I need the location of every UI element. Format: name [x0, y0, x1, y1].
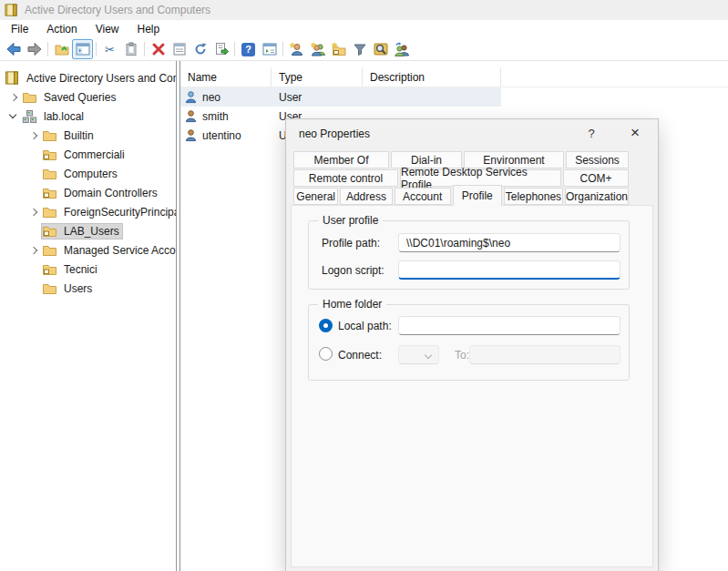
list-row-neo[interactable]: neo User [180, 87, 501, 107]
tree-item-computers[interactable]: Computers [0, 164, 176, 183]
connect-to-input[interactable] [469, 345, 620, 364]
menu-help[interactable]: Help [128, 21, 169, 37]
tab-sessions[interactable]: Sessions [566, 151, 629, 168]
export-list-icon [214, 42, 229, 56]
help-button[interactable]: ? [238, 39, 259, 59]
tree-item-foreign-security-principals[interactable]: ForeignSecurityPrincipals [0, 202, 176, 221]
tree-item-users[interactable]: Users [0, 279, 176, 298]
dialog-title-bar[interactable]: neo Properties ? × [286, 119, 658, 149]
tree-item-saved-queries[interactable]: Saved Queries [0, 87, 176, 107]
properties-button[interactable] [169, 39, 190, 59]
chevron-right-icon[interactable] [26, 204, 42, 220]
tab-profile[interactable]: Profile [453, 185, 502, 206]
change-user-button[interactable] [391, 39, 412, 59]
toolbar: ✂ ? [0, 38, 728, 61]
dialog-help-button[interactable]: ? [576, 119, 607, 147]
tree-item-label: lab.local [41, 109, 87, 124]
refresh-button[interactable] [190, 39, 210, 59]
title-bar: Active Directory Users and Computers [0, 0, 728, 20]
cut-button[interactable]: ✂ [99, 39, 120, 59]
profile-path-label: Profile path: [322, 237, 380, 250]
toolbar-separator [234, 42, 235, 56]
find-objects-button[interactable] [370, 39, 391, 59]
dialog-close-button[interactable]: × [618, 119, 652, 147]
to-label: To: [455, 349, 469, 362]
help-icon: ? [241, 43, 255, 56]
column-header-description[interactable]: Description [363, 67, 501, 87]
menu-action[interactable]: Action [37, 21, 86, 37]
tab-account[interactable]: Account [395, 188, 451, 205]
tab-general[interactable]: General [293, 188, 338, 205]
chevron-placeholder [26, 261, 42, 278]
tab-strip: Member Of Dial-in Environment Sessions R… [293, 151, 629, 207]
export-list-button[interactable] [210, 39, 231, 59]
up-one-level-button[interactable] [51, 39, 72, 59]
delete-button[interactable] [148, 39, 169, 59]
chevron-placeholder [26, 280, 42, 297]
tab-com-plus[interactable]: COM+ [563, 169, 629, 187]
console-app-icon [5, 4, 18, 17]
user-icon [184, 90, 198, 104]
toolbar-separator [47, 42, 48, 56]
new-organizational-unit-button[interactable] [328, 39, 349, 59]
tree-item-label: Computers [61, 167, 120, 181]
local-path-input[interactable] [398, 316, 620, 335]
new-user-button[interactable] [286, 39, 307, 59]
tree-item-label: Saved Queries [41, 90, 118, 105]
local-path-radio[interactable] [319, 319, 333, 332]
paste-button[interactable] [120, 39, 141, 59]
properties-icon [172, 42, 187, 56]
column-header-type[interactable]: Type [272, 67, 363, 87]
tree-selection: LAB_Users [42, 224, 122, 239]
show-hide-console-tree-button[interactable] [72, 39, 93, 59]
new-group-icon [311, 42, 325, 56]
refresh-icon [193, 42, 208, 56]
console-root-icon [5, 71, 20, 86]
properties-dialog: neo Properties ? × Member Of Dial-in Env… [285, 118, 659, 571]
forward-button[interactable] [24, 39, 45, 59]
profile-path-input[interactable] [398, 233, 620, 252]
tree-item-lab-local[interactable]: lab.local [0, 107, 176, 126]
tree-item-domain-controllers[interactable]: Domain Controllers [0, 183, 176, 202]
tree-item-root[interactable]: Active Directory Users and Computers [0, 68, 176, 87]
folder-icon [42, 281, 57, 296]
toolbar-separator [282, 42, 283, 56]
tab-address[interactable]: Address [340, 188, 392, 205]
new-group-button[interactable] [307, 39, 328, 59]
ou-folder-icon [42, 186, 57, 200]
paste-icon [124, 42, 138, 56]
forward-icon [27, 42, 42, 56]
tree-item-label: Active Directory Users and Computers [24, 71, 176, 86]
filter-options-button[interactable] [349, 39, 370, 59]
list-cell-name: neo [202, 91, 220, 104]
back-button[interactable] [3, 39, 24, 59]
chevron-right-icon[interactable] [5, 89, 22, 106]
tab-organization[interactable]: Organization [565, 188, 629, 205]
menu-view[interactable]: View [87, 21, 128, 37]
tree-item-managed-service-accounts[interactable]: Managed Service Accounts [0, 240, 176, 260]
connect-radio[interactable] [319, 347, 333, 361]
logon-script-input[interactable] [398, 260, 620, 280]
user-profile-legend: User profile [318, 214, 383, 227]
cut-icon: ✂ [105, 44, 115, 56]
tree-item-tecnici[interactable]: Tecnici [0, 260, 176, 279]
chevron-right-icon[interactable] [26, 242, 42, 259]
ou-folder-icon [42, 224, 57, 239]
list-cell-name: smith [202, 110, 229, 123]
menu-file[interactable]: File [2, 21, 37, 37]
tab-telephones[interactable]: Telephones [504, 188, 563, 205]
tab-remote-control[interactable]: Remote control [293, 169, 398, 187]
tree-item-lab-users[interactable]: LAB_Users [0, 221, 176, 240]
drive-letter-dropdown[interactable] [398, 345, 439, 364]
user-icon [184, 128, 198, 142]
list-cell-type: User [272, 91, 363, 104]
chevron-right-icon[interactable] [26, 127, 42, 144]
tree-item-label: LAB_Users [61, 224, 122, 239]
chevron-placeholder [26, 185, 42, 201]
tree-item-commerciali[interactable]: Commerciali [0, 145, 176, 164]
tree-item-builtin[interactable]: Builtin [0, 126, 176, 145]
tab-member-of[interactable]: Member Of [293, 151, 389, 168]
column-header-name[interactable]: Name [180, 67, 272, 87]
show-hide-action-pane-button[interactable] [259, 39, 280, 59]
chevron-down-icon[interactable] [5, 108, 22, 125]
